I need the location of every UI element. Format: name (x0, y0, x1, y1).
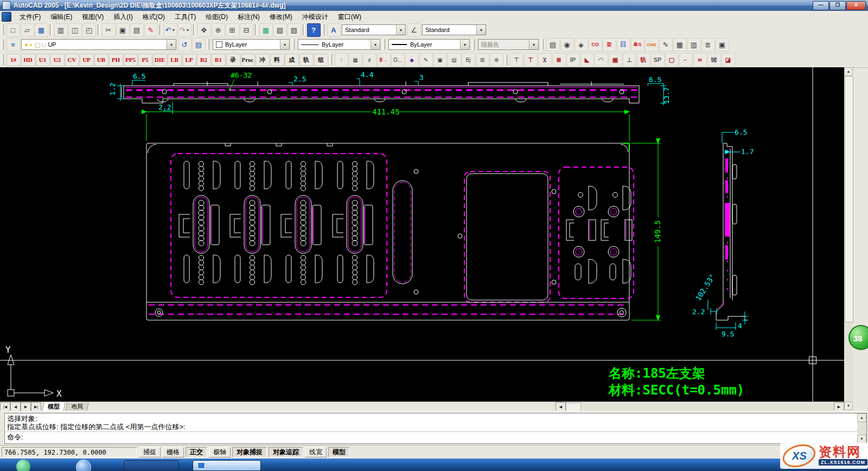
properties-toolbar-icon[interactable]: 目 (617, 38, 630, 52)
toolbar-grip[interactable] (1, 54, 4, 65)
die-module-button[interactable]: P5 (138, 54, 152, 66)
toolbar-grip[interactable] (329, 54, 332, 65)
menu-item[interactable]: 插入(I) (108, 11, 137, 23)
vertical-scrollbar[interactable]: ▲ ▼ (844, 67, 853, 410)
pan-icon[interactable]: ✥ (197, 23, 211, 37)
zoom-realtime-icon[interactable]: ⊕ (212, 23, 225, 37)
die-tool-icon[interactable]: ◆ (405, 53, 419, 67)
status-toggle[interactable]: 栅格 (162, 447, 184, 457)
close-button[interactable]: ✕ (846, 1, 866, 10)
punch-tool-icon[interactable]: SP (651, 53, 665, 67)
minimize-button[interactable]: — (813, 1, 829, 10)
first-tab-icon[interactable]: |◀ (0, 402, 10, 411)
layer-states-icon[interactable]: ▤ (192, 38, 206, 52)
die-module-button[interactable]: U2 (50, 54, 65, 66)
start-orb[interactable] (76, 460, 91, 471)
die-tool-icon[interactable]: ♯ (363, 53, 376, 67)
properties-toolbar-icon[interactable]: ▤ (546, 38, 560, 52)
redo-icon[interactable]: ↷▼ (178, 23, 192, 37)
plot-icon[interactable]: ▥ (54, 23, 68, 37)
toolbar-grip[interactable] (472, 39, 475, 50)
die-module-button[interactable]: UP (80, 54, 94, 66)
last-tab-icon[interactable]: ▶| (31, 402, 41, 411)
die-tool-icon[interactable]: ▦ (349, 53, 362, 67)
die-tool-icon[interactable]: ⊞ (476, 53, 489, 67)
cut-icon[interactable]: ✂ (102, 23, 116, 37)
properties-toolbar-icon[interactable]: 架 (603, 38, 616, 52)
toolbar-grip[interactable] (505, 54, 507, 65)
floating-badge[interactable]: 38 (848, 323, 868, 353)
menu-item[interactable]: 冲模设计 (297, 11, 333, 23)
die-module-button[interactable]: CV (65, 54, 79, 66)
plot-preview-icon[interactable]: ◫ (68, 23, 82, 37)
die-module-button[interactable]: 成 (285, 54, 299, 66)
properties-toolbar-icon[interactable]: ▦ (673, 38, 687, 52)
die-module-button[interactable]: LB (168, 54, 182, 66)
open-icon[interactable]: ▱ (21, 23, 34, 37)
scroll-up-icon[interactable]: ▲ (844, 67, 853, 76)
punch-tool-icon[interactable]: ⊤ (510, 53, 524, 67)
zoom-window-icon[interactable]: ⊞ (226, 23, 239, 37)
die-tool-icon[interactable]: ⊺ (335, 53, 348, 67)
match-properties-icon[interactable]: ✎ (144, 23, 158, 37)
scroll-right-icon[interactable]: ▶ (834, 402, 844, 411)
die-module-button[interactable]: 1# (7, 54, 21, 66)
layer-lock-icon[interactable]: ▢ (35, 41, 40, 48)
menu-item[interactable]: 格式(O) (138, 11, 170, 23)
punch-tool-icon[interactable]: ⊥ (623, 53, 636, 67)
markup-icon[interactable]: ▨ (288, 23, 301, 37)
punch-tool-icon[interactable]: ▣ (609, 53, 622, 67)
toolbar-grip[interactable] (382, 39, 385, 50)
properties-toolbar-icon[interactable]: ▣ (716, 38, 729, 52)
chevron-down-icon[interactable]: ▼ (476, 25, 486, 35)
die-tool-icon[interactable]: ✎ (419, 53, 433, 67)
punch-tool-icon[interactable]: ◠ (595, 53, 608, 67)
properties-toolbar-icon[interactable]: CO (589, 38, 602, 52)
taskbar-button[interactable] (124, 460, 179, 471)
scroll-down-icon[interactable]: ▼ (844, 402, 853, 410)
die-tool-icon[interactable]: Bj (462, 53, 475, 67)
die-module-button[interactable]: UB (94, 54, 108, 66)
menu-item[interactable]: 绘图(D) (201, 11, 233, 23)
toolbar-grip[interactable] (322, 24, 324, 35)
command-history[interactable]: 选择对象: 指定基点或位移: 指定位移的第二点或 <用第一点作位移>: 命令: … (4, 413, 867, 444)
punch-tool-icon[interactable]: ◣ (580, 53, 594, 67)
menu-item[interactable]: 工具(T) (170, 11, 201, 23)
chevron-down-icon[interactable]: ▼ (460, 40, 469, 49)
prev-tab-icon[interactable]: ◀ (10, 402, 21, 411)
die-module-button[interactable]: DIE (153, 54, 167, 66)
status-toggle[interactable]: 正交 (186, 447, 207, 457)
die-module-button[interactable]: 组 (314, 54, 328, 66)
toolbar-grip[interactable] (207, 39, 209, 50)
status-toggle[interactable]: 捕捉 (139, 447, 161, 457)
die-tool-icon[interactable]: O... (391, 53, 405, 67)
chevron-down-icon[interactable]: ▼ (371, 40, 380, 49)
layer-combo[interactable]: ● ◐ ▢ ■ UP ▼ (21, 39, 176, 50)
die-module-button[interactable]: 料 (270, 54, 284, 66)
die-module-button[interactable]: 录 (226, 54, 240, 66)
die-module-button[interactable]: HD (21, 54, 35, 66)
horizontal-scrollbar[interactable]: ◀ ▶ (556, 403, 844, 411)
menu-item[interactable]: 修改(M) (265, 11, 297, 23)
zoom-previous-icon[interactable]: ⊟ (240, 23, 253, 37)
status-toggle[interactable]: 极轴 (209, 447, 231, 457)
toolbar-grip[interactable] (541, 39, 544, 50)
layer-on-icon[interactable]: ● (24, 41, 28, 48)
text-style-icon[interactable]: A (327, 23, 341, 37)
menu-item[interactable]: 视图(V) (77, 11, 108, 23)
undo-icon[interactable]: ↶▼ (164, 23, 177, 37)
properties-toolbar-icon[interactable]: ◈ (575, 38, 588, 52)
menu-item[interactable]: 标注(N) (233, 11, 265, 23)
die-module-button[interactable]: 轨 (299, 54, 314, 66)
menu-item[interactable]: 文件(F) (15, 11, 46, 23)
help-icon[interactable]: ? (307, 23, 321, 37)
punch-tool-icon[interactable]: ⌐ (679, 53, 693, 67)
punch-tool-icon[interactable]: IP (566, 53, 580, 67)
chevron-down-icon[interactable]: ▼ (167, 40, 176, 49)
die-tool-icon[interactable]: 8→ (377, 53, 391, 67)
die-module-button[interactable]: B1 (212, 54, 226, 66)
die-tool-icon[interactable]: ⊕ (490, 53, 503, 67)
die-module-button[interactable]: U1 (36, 54, 50, 66)
layer-manager-icon[interactable]: ≡ (7, 38, 20, 52)
scroll-up-icon[interactable]: ▲ (857, 413, 866, 422)
